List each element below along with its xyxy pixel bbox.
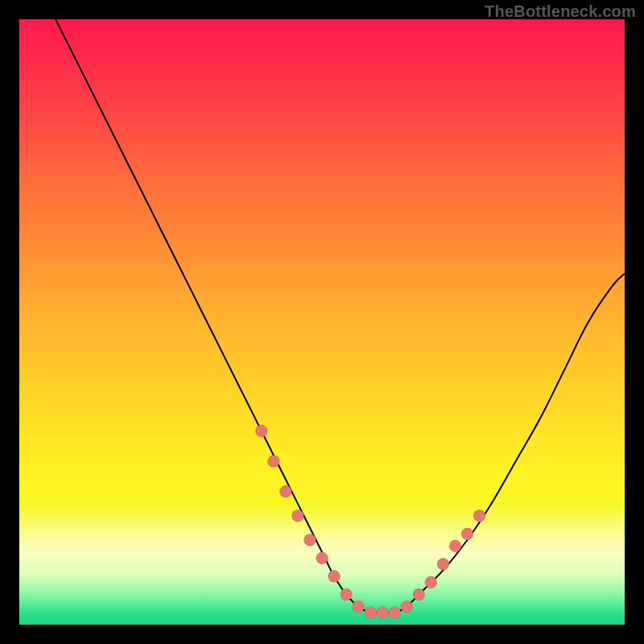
highlight-dot — [389, 606, 401, 618]
highlight-dot — [377, 606, 389, 618]
highlight-dot — [413, 588, 425, 601]
highlight-dot — [291, 510, 303, 522]
highlight-dot — [401, 601, 413, 613]
bottleneck-curve — [56, 19, 625, 613]
highlight-dot — [449, 540, 461, 552]
highlight-dot — [437, 558, 449, 570]
highlight-dot — [341, 588, 353, 601]
highlight-dot — [425, 576, 437, 588]
highlight-dot — [279, 485, 291, 497]
highlight-dot — [473, 510, 485, 522]
highlight-dot — [303, 534, 316, 546]
highlight-dot — [255, 425, 267, 437]
chart-svg — [19, 19, 625, 625]
highlight-dots-group — [255, 425, 485, 619]
highlight-dot — [365, 606, 377, 618]
highlight-dot — [267, 455, 279, 467]
highlight-dot — [316, 552, 328, 564]
highlight-dot — [461, 528, 473, 540]
watermark-text: TheBottleneck.com — [485, 2, 636, 21]
highlight-dot — [353, 601, 365, 613]
highlight-dot — [328, 570, 341, 582]
